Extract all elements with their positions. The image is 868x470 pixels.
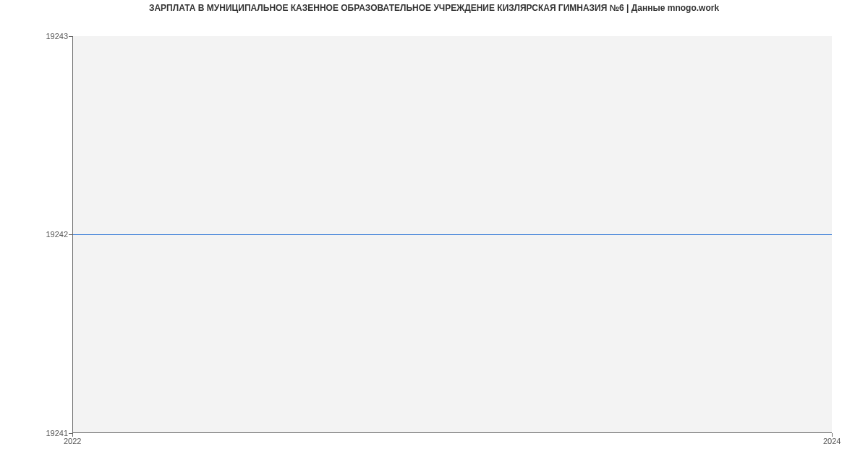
y-tick-label: 19243 bbox=[3, 32, 68, 40]
chart-container: ЗАРПЛАТА В МУНИЦИПАЛЬНОЕ КАЗЕННОЕ ОБРАЗО… bbox=[0, 0, 868, 470]
series-line-salary bbox=[73, 234, 832, 235]
x-tick-label: 2024 bbox=[823, 437, 841, 445]
y-tick-label: 19241 bbox=[3, 429, 68, 437]
y-tick-label: 19242 bbox=[3, 230, 68, 239]
plot-area bbox=[72, 36, 832, 433]
chart-title: ЗАРПЛАТА В МУНИЦИПАЛЬНОЕ КАЗЕННОЕ ОБРАЗО… bbox=[0, 3, 868, 13]
x-tick-label: 2022 bbox=[64, 437, 81, 445]
